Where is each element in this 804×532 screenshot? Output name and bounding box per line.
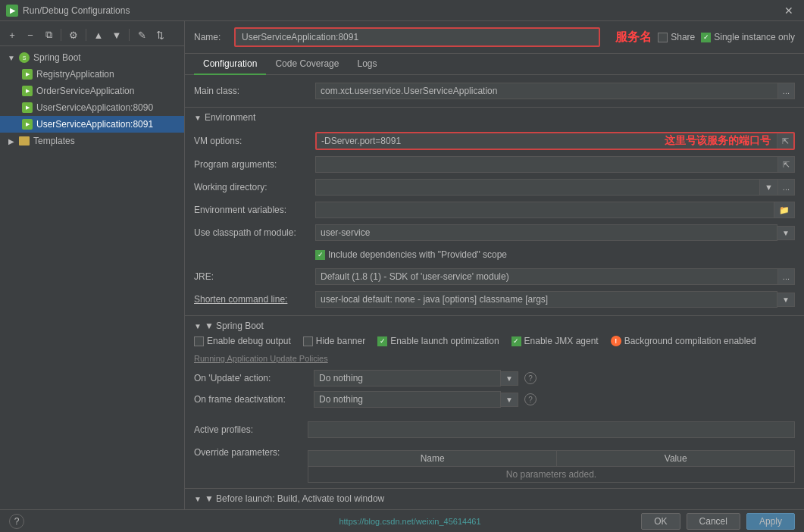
- env-vars-browse-button[interactable]: 📁: [774, 202, 795, 218]
- sidebar-item-order[interactable]: ▶ OrderServiceApplication: [0, 83, 184, 99]
- working-dir-input[interactable]: [315, 179, 760, 196]
- spring-boot-section: ▼ ▼ Spring Boot Enable debug output Hide…: [185, 315, 804, 351]
- classpath-row: Use classpath of module: user-service ▼: [194, 221, 795, 244]
- env-vars-input[interactable]: [315, 202, 774, 218]
- program-args-expand-button[interactable]: ⇱: [778, 156, 795, 173]
- jre-label: JRE:: [194, 271, 315, 282]
- value-col-header: Value: [557, 451, 795, 467]
- apply-button[interactable]: Apply: [746, 513, 795, 530]
- content-area: Name: 服务名 Share Single instance only Con…: [185, 21, 804, 509]
- working-dir-dropdown[interactable]: ▼: [760, 179, 778, 196]
- program-args-input[interactable]: [315, 156, 778, 173]
- app-icon: ▶: [6, 5, 18, 17]
- ok-button[interactable]: OK: [641, 513, 680, 530]
- on-update-select[interactable]: Do nothing Update classes and resources …: [314, 370, 501, 386]
- environment-section-header[interactable]: ▼ Environment: [185, 108, 804, 124]
- templates-arrow: ▶: [6, 136, 17, 146]
- order-label: OrderServiceApplication: [36, 86, 134, 96]
- sidebar-item-user8090[interactable]: ▶ UserServiceApplication:8090: [0, 99, 184, 116]
- edit-button[interactable]: ✎: [134, 27, 149, 42]
- enable-debug-label: Enable debug output: [207, 336, 291, 346]
- background-compilation-icon: !: [611, 336, 621, 346]
- hide-banner-label: Hide banner: [316, 336, 365, 346]
- working-dir-input-group: ▼ ...: [315, 179, 795, 196]
- before-launch-text: ▼ Before launch: Build, Activate tool wi…: [205, 493, 384, 504]
- on-deactivation-help-icon[interactable]: ?: [524, 393, 537, 405]
- tab-configuration[interactable]: Configuration: [194, 54, 266, 75]
- enable-debug-checkbox[interactable]: [194, 336, 204, 346]
- title-bar: ▶ Run/Debug Configurations ✕: [0, 0, 804, 21]
- user8090-label: UserServiceApplication:8090: [36, 102, 153, 113]
- on-deactivation-arrow: ▼: [501, 393, 518, 407]
- jre-browse-button[interactable]: ...: [778, 268, 795, 285]
- on-deactivation-select[interactable]: Do nothing Update classes and resources …: [314, 391, 501, 408]
- main-class-input[interactable]: [315, 83, 778, 99]
- name-input[interactable]: [236, 29, 599, 45]
- tabs-row: Configuration Code Coverage Logs: [185, 54, 804, 75]
- sidebar-item-user8091[interactable]: ▶ UserServiceApplication:8091: [0, 116, 184, 133]
- on-update-row: On 'Update' action: Do nothing Update cl…: [194, 368, 795, 389]
- bottom-bar: ? https://blog.csdn.net/weixin_45614461 …: [0, 509, 804, 532]
- on-update-label: On 'Update' action:: [194, 373, 308, 383]
- settings-button[interactable]: ⚙: [66, 27, 81, 42]
- override-params-table-wrapper: Name Value No parameters added.: [308, 447, 795, 483]
- active-profiles-input[interactable]: [308, 421, 795, 438]
- classpath-select[interactable]: user-service: [315, 224, 777, 241]
- share-label: Share: [671, 32, 695, 42]
- copy-config-button[interactable]: ⧉: [41, 27, 56, 42]
- name-annotation: 服务名: [615, 30, 652, 45]
- vm-options-expand-button[interactable]: ⇱: [777, 133, 793, 149]
- main-class-browse-button[interactable]: ...: [778, 83, 795, 99]
- move-up-button[interactable]: ▲: [91, 27, 106, 42]
- tree-expand-arrow: ▼: [6, 52, 17, 63]
- registry-label: RegistryApplication: [36, 69, 114, 80]
- spring-boot-section-arrow: ▼: [194, 322, 202, 330]
- environment-title: Environment: [205, 112, 255, 123]
- tab-logs[interactable]: Logs: [348, 54, 386, 75]
- classpath-select-wrapper: user-service ▼: [315, 224, 795, 241]
- help-button[interactable]: ?: [9, 514, 24, 529]
- profiles-section: Active profiles: Override parameters: Na…: [185, 416, 804, 488]
- move-down-button[interactable]: ▼: [109, 27, 124, 42]
- vm-options-section: VM options: 这里号该服务的端口号 ⇱ Program argumen…: [185, 124, 804, 315]
- shorten-cmd-select[interactable]: user-local default: none - java [options…: [315, 291, 777, 308]
- add-config-button[interactable]: +: [5, 27, 20, 42]
- templates-label: Templates: [33, 136, 75, 146]
- share-checkbox[interactable]: [658, 33, 668, 42]
- vm-options-input[interactable]: [317, 133, 777, 149]
- params-table: Name Value No parameters added.: [308, 450, 795, 483]
- on-update-arrow: ▼: [501, 371, 518, 386]
- spring-boot-section-header[interactable]: ▼ ▼ Spring Boot: [194, 321, 795, 331]
- before-launch-section[interactable]: ▼ ▼ Before launch: Build, Activate tool …: [185, 488, 804, 509]
- working-dir-browse-button[interactable]: ...: [778, 179, 795, 196]
- main-class-input-group: ...: [315, 83, 795, 99]
- hide-banner-checkbox[interactable]: [303, 336, 313, 346]
- enable-launch-checkbox[interactable]: [377, 336, 387, 346]
- single-instance-checkbox[interactable]: [701, 33, 711, 42]
- include-deps-checkbox[interactable]: [315, 250, 325, 260]
- cancel-button[interactable]: Cancel: [687, 513, 740, 530]
- before-launch-arrow: ▼: [194, 495, 202, 503]
- single-instance-label: Single instance only: [714, 32, 795, 42]
- jre-select[interactable]: Default (1.8 (1) - SDK of 'user-service'…: [315, 268, 778, 285]
- close-button[interactable]: ✕: [780, 5, 798, 17]
- vm-options-wrapper: 这里号该服务的端口号 ⇱: [315, 132, 795, 150]
- include-deps-row: Include dependencies with "Provided" sco…: [194, 244, 795, 265]
- name-input-wrapper: [234, 27, 600, 47]
- sidebar-item-templates[interactable]: ▶ Templates: [0, 133, 184, 149]
- sort-button[interactable]: ⇅: [152, 27, 167, 42]
- name-row: Name: 服务名 Share Single instance only: [185, 21, 804, 54]
- toolbar-separator: [61, 29, 61, 41]
- on-update-help-icon[interactable]: ?: [524, 372, 537, 384]
- program-args-label: Program arguments:: [194, 159, 315, 170]
- remove-config-button[interactable]: −: [23, 27, 38, 42]
- classpath-select-arrow: ▼: [777, 226, 795, 240]
- order-app-icon: ▶: [21, 85, 33, 97]
- sidebar-item-registry[interactable]: ▶ RegistryApplication: [0, 66, 184, 83]
- sidebar-item-spring-boot[interactable]: ▼ S Spring Boot: [0, 49, 184, 66]
- shorten-cmd-label: Shorten command line:: [194, 294, 315, 305]
- hide-banner-row: Hide banner: [303, 336, 365, 346]
- enable-jmx-checkbox[interactable]: [511, 336, 521, 346]
- main-class-section: Main class: ...: [185, 75, 804, 107]
- tab-code-coverage[interactable]: Code Coverage: [266, 54, 348, 75]
